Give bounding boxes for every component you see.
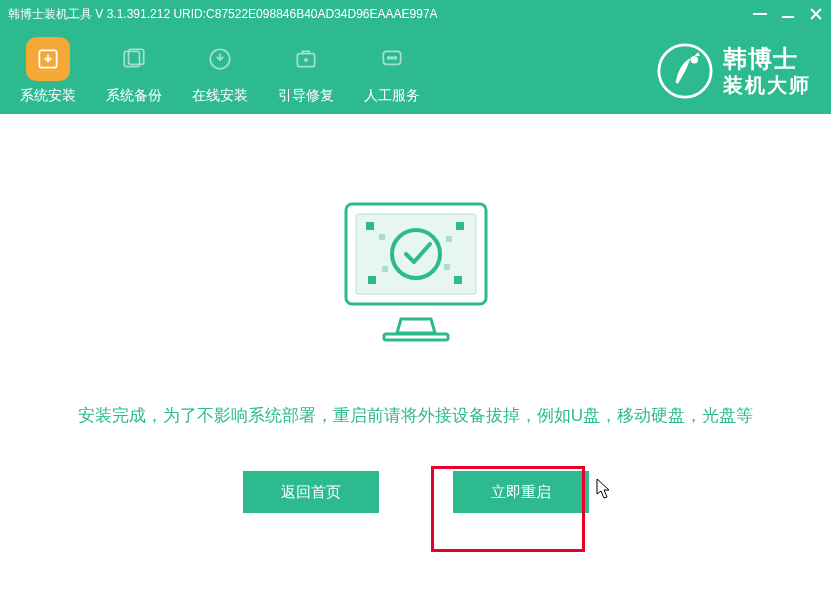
title-bar: 韩博士装机工具 V 3.1.391.212 URID:C87522E098846…: [0, 0, 831, 28]
back-home-button[interactable]: 返回首页: [243, 471, 379, 513]
brand-line1: 韩博士: [723, 45, 811, 74]
svg-rect-21: [454, 276, 462, 284]
cursor-icon: [596, 478, 612, 500]
svg-rect-13: [384, 334, 448, 340]
svg-point-10: [691, 56, 698, 63]
completion-message: 安装完成，为了不影响系统部署，重启前请将外接设备拔掉，例如U盘，移动硬盘，光盘等: [78, 404, 753, 427]
app-title: 韩博士装机工具 V 3.1.391.212 URID:C87522E098846…: [8, 6, 438, 23]
nav-label: 系统安装: [20, 87, 76, 105]
online-icon: [198, 37, 242, 81]
svg-rect-22: [444, 264, 450, 270]
nav-label: 引导修复: [278, 87, 334, 105]
content-area: 安装完成，为了不影响系统部署，重启前请将外接设备拔掉，例如U盘，移动硬盘，光盘等…: [0, 114, 831, 601]
close-icon[interactable]: [809, 7, 823, 21]
svg-rect-15: [366, 222, 374, 230]
brand: 韩博士 装机大师: [657, 43, 811, 99]
nav-label: 系统备份: [106, 87, 162, 105]
nav-manual-service[interactable]: 人工服务: [364, 37, 420, 105]
nav-boot-repair[interactable]: 引导修复: [278, 37, 334, 105]
minimize-icon[interactable]: [781, 7, 795, 21]
svg-rect-18: [446, 236, 452, 242]
nav-label: 在线安装: [192, 87, 248, 105]
svg-rect-16: [379, 234, 385, 240]
backup-icon: [112, 37, 156, 81]
svg-rect-19: [368, 276, 376, 284]
navbar: 系统安装 系统备份 在线安装 引导修复 人工服务: [0, 28, 831, 114]
svg-rect-17: [456, 222, 464, 230]
nav-system-backup[interactable]: 系统备份: [106, 37, 162, 105]
service-icon: [370, 37, 414, 81]
brand-logo-icon: [657, 43, 713, 99]
svg-point-7: [391, 57, 393, 59]
nav-system-install[interactable]: 系统安装: [20, 37, 76, 105]
nav-online-install[interactable]: 在线安装: [192, 37, 248, 105]
svg-point-8: [394, 57, 396, 59]
repair-icon: [284, 37, 328, 81]
svg-rect-20: [382, 266, 388, 272]
brand-line2: 装机大师: [723, 73, 811, 97]
restart-now-button[interactable]: 立即重启: [453, 471, 589, 513]
install-icon: [26, 37, 70, 81]
menu-icon[interactable]: [753, 7, 767, 21]
success-monitor-icon: [306, 184, 526, 364]
svg-point-6: [388, 57, 390, 59]
nav-label: 人工服务: [364, 87, 420, 105]
